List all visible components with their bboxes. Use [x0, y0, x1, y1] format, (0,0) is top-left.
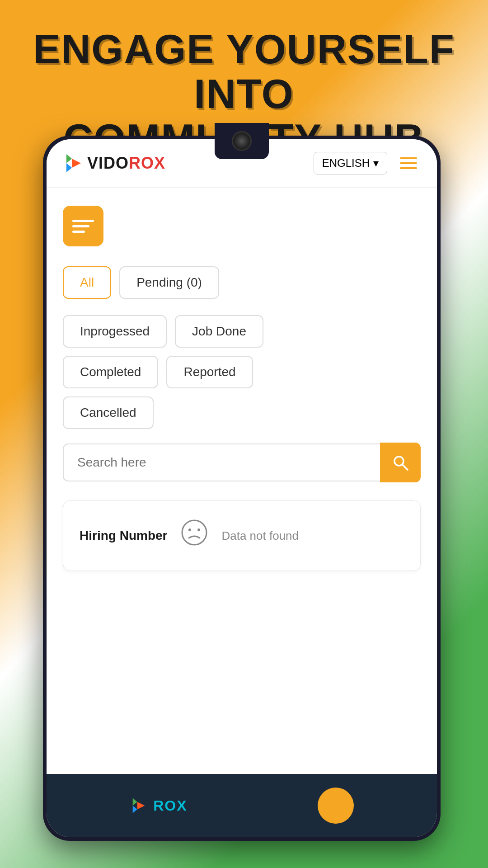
filter-icon: [72, 220, 94, 233]
filter-line3: [72, 231, 85, 233]
filter-tabs-row3: Completed Reported: [63, 356, 421, 388]
chevron-down-icon: ▾: [373, 157, 379, 170]
search-icon: [392, 454, 409, 471]
tab-pending[interactable]: Pending (0): [119, 266, 219, 299]
tab-all[interactable]: All: [63, 266, 111, 299]
search-input[interactable]: [63, 443, 380, 481]
tab-completed[interactable]: Completed: [63, 356, 158, 388]
svg-marker-9: [133, 806, 137, 813]
tab-job-done[interactable]: Job Done: [175, 315, 263, 348]
tab-reported[interactable]: Reported: [166, 356, 253, 388]
hamburger-line1: [400, 157, 417, 159]
filter-tabs-row2: Inprogessed Job Done: [63, 315, 421, 348]
bottom-nav-action[interactable]: [318, 788, 354, 824]
bottom-logo-icon: [130, 797, 148, 815]
logo: VIDOROX: [63, 152, 165, 174]
camera-lens: [232, 131, 252, 151]
main-content: All Pending (0) Inprogessed Job Done Com…: [47, 188, 437, 774]
svg-point-7: [197, 528, 200, 531]
search-container: [63, 443, 421, 482]
language-label: ENGLISH: [322, 157, 370, 170]
svg-marker-1: [66, 163, 72, 172]
empty-state-icon: [181, 519, 208, 552]
phone-frame: VIDOROX ENGLISH ▾: [43, 136, 441, 841]
bottom-nav-brand[interactable]: ROX: [130, 797, 187, 815]
header-right: ENGLISH ▾: [314, 152, 421, 175]
not-found-text: Data not found: [221, 529, 299, 543]
tab-cancelled[interactable]: Cancelled: [63, 396, 154, 429]
phone-screen: VIDOROX ENGLISH ▾: [47, 139, 437, 837]
camera-bump: [215, 123, 269, 159]
hiring-number-label: Hiring Number: [80, 528, 167, 543]
logo-vido: VIDO: [87, 154, 129, 172]
hero-line1: ENGAGE YOURSELF INTO: [33, 27, 455, 117]
svg-marker-10: [137, 802, 145, 810]
language-selector[interactable]: ENGLISH ▾: [314, 152, 387, 175]
tab-inprogessed[interactable]: Inprogessed: [63, 315, 167, 348]
hamburger-line2: [400, 162, 417, 164]
svg-point-6: [188, 528, 191, 531]
filter-button[interactable]: [63, 206, 103, 246]
svg-marker-8: [133, 798, 137, 806]
filter-tabs-row1: All Pending (0): [63, 266, 421, 299]
hamburger-menu[interactable]: [396, 154, 421, 173]
filter-tabs-row4: Cancelled: [63, 396, 421, 429]
logo-rox: ROX: [129, 154, 165, 172]
logo-icon: [63, 152, 84, 174]
logo-text: VIDOROX: [87, 154, 165, 173]
search-button[interactable]: [380, 443, 421, 482]
filter-line2: [72, 225, 89, 227]
svg-line-4: [403, 465, 408, 470]
filter-line1: [72, 220, 94, 222]
results-card: Hiring Number Data not found: [63, 500, 421, 571]
svg-marker-0: [66, 154, 72, 163]
svg-point-5: [182, 520, 206, 545]
bottom-brand-text: ROX: [153, 797, 187, 814]
bottom-nav: ROX: [47, 774, 437, 837]
svg-marker-2: [72, 159, 81, 168]
hamburger-line3: [400, 167, 417, 169]
